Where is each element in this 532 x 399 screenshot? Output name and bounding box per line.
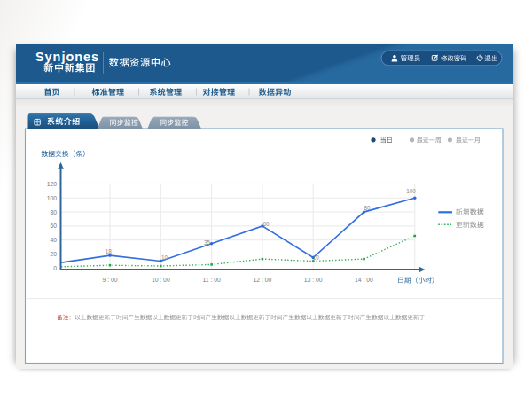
- svg-text:60: 60: [50, 223, 57, 229]
- svg-text:20: 20: [50, 251, 57, 257]
- svg-text:100: 100: [406, 188, 416, 194]
- svg-text:11 : 00: 11 : 00: [202, 277, 221, 283]
- svg-text:60: 60: [262, 221, 270, 227]
- svg-text:18: 18: [106, 248, 113, 254]
- svg-text:80: 80: [364, 205, 371, 211]
- svg-text:100: 100: [47, 195, 58, 201]
- svg-text:80: 80: [50, 209, 57, 215]
- svg-text:10: 10: [161, 254, 168, 261]
- svg-text:12 : 00: 12 : 00: [254, 277, 272, 283]
- svg-text:40: 40: [50, 237, 57, 243]
- svg-text:10: 10: [313, 254, 320, 261]
- svg-text:0: 0: [53, 265, 57, 271]
- svg-text:9 : 00: 9 : 00: [102, 277, 117, 283]
- svg-text:Synjones: Synjones: [35, 50, 99, 64]
- svg-text:120: 120: [47, 181, 58, 187]
- svg-text:10 : 00: 10 : 00: [152, 277, 170, 283]
- svg-text:35: 35: [204, 239, 211, 246]
- svg-text:13 : 00: 13 : 00: [304, 277, 323, 283]
- svg-text:14 : 00: 14 : 00: [355, 277, 373, 283]
